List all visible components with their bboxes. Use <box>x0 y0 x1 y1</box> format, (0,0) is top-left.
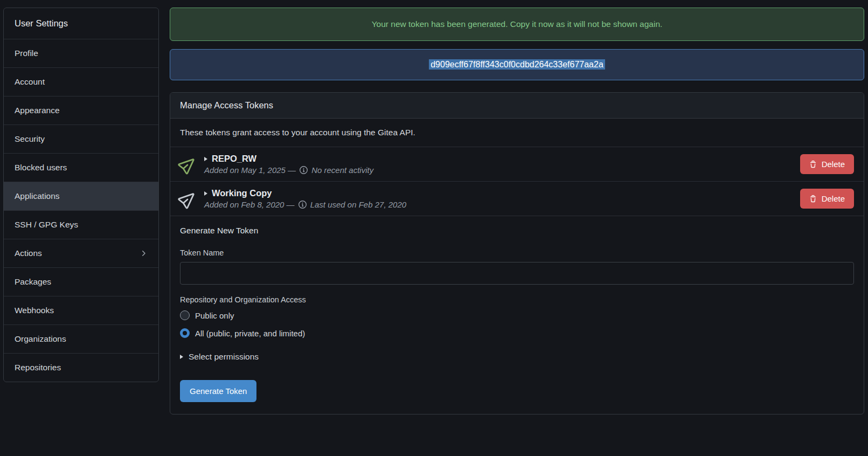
delete-token-button[interactable]: Delete <box>800 189 854 209</box>
generate-token-section: Generate New Token Token Name Repository… <box>170 216 864 414</box>
delete-label: Delete <box>822 160 845 169</box>
sidebar-item-label: Packages <box>15 277 51 287</box>
token-name-toggle[interactable]: Working Copy <box>204 188 406 198</box>
radio-label: All (public, private, and limited) <box>195 329 305 338</box>
sidebar-item-label: Webhooks <box>15 306 54 315</box>
sidebar-item-account[interactable]: Account <box>4 67 158 96</box>
sidebar-item-label: SSH / GPG Keys <box>15 220 78 230</box>
token-activity-text: No recent activity <box>311 165 373 175</box>
sidebar-item-label: Repositories <box>15 363 61 372</box>
select-permissions-toggle[interactable]: Select permissions <box>180 352 854 362</box>
sidebar-item-applications[interactable]: Applications <box>4 182 158 210</box>
paper-airplane-icon <box>180 156 196 172</box>
settings-sidebar: User Settings Profile Account Appearance… <box>3 8 159 382</box>
sidebar-item-appearance[interactable]: Appearance <box>4 96 158 125</box>
trash-icon <box>809 161 817 168</box>
token-name-input[interactable] <box>180 262 854 285</box>
new-token-box[interactable]: d909ecff67f8ff343c0f0cdbd264c33ef677aa2a <box>170 49 864 80</box>
sidebar-item-packages[interactable]: Packages <box>4 267 158 296</box>
sidebar-item-ssh-gpg-keys[interactable]: SSH / GPG Keys <box>4 210 158 239</box>
panel-description: These tokens grant access to your accoun… <box>170 119 864 147</box>
sidebar-item-label: Security <box>15 134 45 144</box>
sidebar-item-label: Applications <box>15 191 60 201</box>
sidebar-item-webhooks[interactable]: Webhooks <box>4 296 158 324</box>
settings-page: User Settings Profile Account Appearance… <box>0 0 868 425</box>
token-meta: Added on Feb 8, 2020 — Last used on Feb … <box>204 200 406 209</box>
sidebar-item-label: Appearance <box>15 106 60 115</box>
manage-tokens-panel: Manage Access Tokens These tokens grant … <box>170 92 864 414</box>
delete-token-button[interactable]: Delete <box>800 154 854 174</box>
token-added-text: Added on May 1, 2025 — <box>204 165 296 175</box>
main-content: Your new token has been generated. Copy … <box>170 8 864 414</box>
radio-label: Public only <box>195 311 234 320</box>
access-radio-option[interactable]: Public only <box>180 310 854 320</box>
sidebar-item-label: Profile <box>15 49 38 58</box>
sidebar-item-label: Blocked users <box>15 163 67 172</box>
paper-airplane-icon <box>180 191 196 207</box>
sidebar-item-organizations[interactable]: Organizations <box>4 324 158 353</box>
access-radio-option[interactable]: All (public, private, and limited) <box>180 328 854 338</box>
sidebar-header: User Settings <box>4 8 158 39</box>
new-token-value[interactable]: d909ecff67f8ff343c0f0cdbd264c33ef677aa2a <box>429 59 605 70</box>
token-name: Working Copy <box>212 188 272 198</box>
sidebar-item-blocked-users[interactable]: Blocked users <box>4 153 158 182</box>
panel-title: Manage Access Tokens <box>170 93 864 119</box>
generate-token-button[interactable]: Generate Token <box>180 380 256 402</box>
sidebar-item-label: Account <box>15 77 45 87</box>
caret-right-icon <box>204 157 207 161</box>
token-added-text: Added on Feb 8, 2020 — <box>204 200 295 209</box>
access-radio-group: Public only All (public, private, and li… <box>180 310 854 338</box>
delete-label: Delete <box>822 194 845 203</box>
access-label: Repository and Organization Access <box>180 295 854 304</box>
trash-icon <box>809 195 817 203</box>
token-meta: Added on May 1, 2025 — No recent activit… <box>204 165 373 175</box>
sidebar-item-label: Organizations <box>15 334 66 344</box>
caret-right-icon <box>204 191 207 196</box>
caret-right-icon <box>180 355 183 359</box>
flash-message: Your new token has been generated. Copy … <box>372 19 663 29</box>
sidebar-item-actions[interactable]: Actions <box>4 239 158 267</box>
token-list: REPO_RW Added on May 1, 2025 — No recent… <box>170 147 864 216</box>
generate-title: Generate New Token <box>180 226 854 236</box>
sidebar-nav: Profile Account Appearance Security Bloc… <box>4 39 158 382</box>
chevron-right-icon <box>139 249 148 258</box>
sidebar-item-profile[interactable]: Profile <box>4 39 158 67</box>
sidebar-item-security[interactable]: Security <box>4 125 158 153</box>
sidebar-item-repositories[interactable]: Repositories <box>4 353 158 382</box>
radio-icon[interactable] <box>180 310 190 320</box>
select-permissions-label: Select permissions <box>189 352 259 362</box>
info-icon <box>300 166 308 174</box>
flash-success-banner: Your new token has been generated. Copy … <box>170 8 864 41</box>
token-name: REPO_RW <box>212 154 256 164</box>
token-row: Working Copy Added on Feb 8, 2020 — Last… <box>170 181 864 216</box>
token-row: REPO_RW Added on May 1, 2025 — No recent… <box>170 147 864 181</box>
info-icon <box>298 201 307 209</box>
sidebar-item-label: Actions <box>15 248 42 258</box>
token-name-label: Token Name <box>180 248 854 257</box>
token-activity-text: Last used on Feb 27, 2020 <box>310 200 406 209</box>
token-name-toggle[interactable]: REPO_RW <box>204 154 373 164</box>
radio-icon[interactable] <box>180 328 190 338</box>
